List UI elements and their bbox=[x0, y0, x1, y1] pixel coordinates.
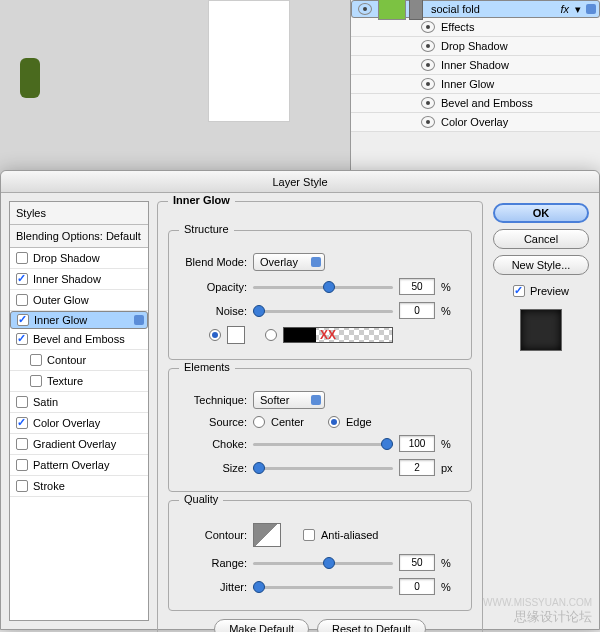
opt-pattern-overlay[interactable]: Pattern Overlay bbox=[10, 455, 148, 476]
elements-fieldset: Elements Technique:Softer Source:CenterE… bbox=[168, 368, 472, 492]
size-slider[interactable] bbox=[253, 461, 393, 475]
opt-satin[interactable]: Satin bbox=[10, 392, 148, 413]
jitter-slider[interactable] bbox=[253, 580, 393, 594]
watermark-url: WWW.MISSYUAN.COM bbox=[483, 597, 592, 608]
range-slider[interactable] bbox=[253, 556, 393, 570]
opt-inner-glow[interactable]: Inner Glow bbox=[10, 311, 148, 329]
cancel-button[interactable]: Cancel bbox=[493, 229, 589, 249]
checkbox[interactable] bbox=[30, 354, 42, 366]
contour-picker[interactable] bbox=[253, 523, 281, 547]
styles-header[interactable]: Styles bbox=[10, 202, 148, 225]
color-swatch[interactable] bbox=[227, 326, 245, 344]
preview-toggle[interactable]: Preview bbox=[513, 285, 569, 297]
checkbox[interactable] bbox=[17, 314, 29, 326]
opt-outer-glow[interactable]: Outer Glow bbox=[10, 290, 148, 311]
effect-row[interactable]: Inner Shadow bbox=[351, 56, 600, 75]
new-style-button[interactable]: New Style... bbox=[493, 255, 589, 275]
effect-row[interactable]: Drop Shadow bbox=[351, 37, 600, 56]
mask-thumbnail bbox=[409, 0, 423, 20]
effects-header-row[interactable]: Effects bbox=[351, 18, 600, 37]
effect-row[interactable]: Color Overlay bbox=[351, 113, 600, 132]
technique-select[interactable]: Softer bbox=[253, 391, 325, 409]
fx-badge[interactable]: fx bbox=[560, 3, 569, 15]
dialog-titlebar[interactable]: Layer Style bbox=[1, 171, 599, 193]
structure-fieldset: Structure Blend Mode:Overlay Opacity:50%… bbox=[168, 230, 472, 360]
noise-input[interactable]: 0 bbox=[399, 302, 435, 319]
settings-panel: Inner Glow Structure Blend Mode:Overlay … bbox=[157, 201, 483, 621]
checkbox[interactable] bbox=[16, 459, 28, 471]
visibility-icon[interactable] bbox=[421, 78, 435, 90]
opt-drop-shadow[interactable]: Drop Shadow bbox=[10, 248, 148, 269]
checkbox[interactable] bbox=[30, 375, 42, 387]
visibility-icon[interactable] bbox=[421, 59, 435, 71]
noise-slider[interactable] bbox=[253, 304, 393, 318]
visibility-icon[interactable] bbox=[358, 3, 372, 15]
checkbox[interactable] bbox=[16, 480, 28, 492]
visibility-icon[interactable] bbox=[421, 116, 435, 128]
opt-stroke[interactable]: Stroke bbox=[10, 476, 148, 497]
source-edge-radio[interactable] bbox=[328, 416, 340, 428]
dialog-buttons: OK Cancel New Style... Preview bbox=[491, 201, 591, 621]
opacity-input[interactable]: 50 bbox=[399, 278, 435, 295]
checkbox[interactable] bbox=[16, 438, 28, 450]
watermark-text: 思缘设计论坛 bbox=[514, 608, 592, 626]
layer-name[interactable]: social fold bbox=[431, 3, 560, 15]
layers-panel: social fold fx ▾ Effects Drop Shadow Inn… bbox=[350, 0, 600, 180]
effect-row[interactable]: Bevel and Emboss bbox=[351, 94, 600, 113]
preview-checkbox[interactable] bbox=[513, 285, 525, 297]
visibility-icon[interactable] bbox=[421, 40, 435, 52]
visibility-icon[interactable] bbox=[421, 97, 435, 109]
jitter-input[interactable]: 0 bbox=[399, 578, 435, 595]
color-radio[interactable] bbox=[209, 329, 221, 341]
panel-title: Inner Glow bbox=[168, 194, 235, 206]
choke-slider[interactable] bbox=[253, 437, 393, 451]
gradient-picker[interactable] bbox=[283, 327, 393, 343]
checkbox[interactable] bbox=[16, 294, 28, 306]
chevron-down-icon[interactable]: ▾ bbox=[575, 3, 581, 16]
reset-default-button[interactable]: Reset to Default bbox=[317, 619, 426, 632]
opt-gradient-overlay[interactable]: Gradient Overlay bbox=[10, 434, 148, 455]
anti-aliased-checkbox[interactable] bbox=[303, 529, 315, 541]
preview-swatch bbox=[520, 309, 562, 351]
opt-texture[interactable]: Texture bbox=[10, 371, 148, 392]
inner-glow-fieldset: Inner Glow Structure Blend Mode:Overlay … bbox=[157, 201, 483, 632]
layer-style-dialog: Layer Style Styles Blending Options: Def… bbox=[0, 170, 600, 630]
styles-list: Styles Blending Options: Default Drop Sh… bbox=[9, 201, 149, 621]
ok-button[interactable]: OK bbox=[493, 203, 589, 223]
blending-options[interactable]: Blending Options: Default bbox=[10, 225, 148, 248]
opt-color-overlay[interactable]: Color Overlay bbox=[10, 413, 148, 434]
range-input[interactable]: 50 bbox=[399, 554, 435, 571]
layer-thumbnail bbox=[378, 0, 406, 20]
effects-label: Effects bbox=[441, 21, 474, 33]
workspace-background bbox=[0, 0, 350, 180]
opacity-slider[interactable] bbox=[253, 280, 393, 294]
make-default-button[interactable]: Make Default bbox=[214, 619, 309, 632]
checkbox[interactable] bbox=[16, 273, 28, 285]
blend-mode-select[interactable]: Overlay bbox=[253, 253, 325, 271]
checkbox[interactable] bbox=[16, 396, 28, 408]
quality-fieldset: Quality Contour:Anti-aliased Range:50% J… bbox=[168, 500, 472, 611]
checkbox[interactable] bbox=[16, 333, 28, 345]
checkbox[interactable] bbox=[16, 417, 28, 429]
checkbox[interactable] bbox=[16, 252, 28, 264]
opt-contour[interactable]: Contour bbox=[10, 350, 148, 371]
opt-bevel-emboss[interactable]: Bevel and Emboss bbox=[10, 329, 148, 350]
source-center-radio[interactable] bbox=[253, 416, 265, 428]
choke-input[interactable]: 100 bbox=[399, 435, 435, 452]
size-input[interactable]: 2 bbox=[399, 459, 435, 476]
visibility-icon[interactable] bbox=[421, 21, 435, 33]
effect-row[interactable]: Inner Glow bbox=[351, 75, 600, 94]
gradient-radio[interactable] bbox=[265, 329, 277, 341]
opt-inner-shadow[interactable]: Inner Shadow bbox=[10, 269, 148, 290]
layer-row-social-fold[interactable]: social fold fx ▾ bbox=[351, 0, 600, 18]
dialog-title: Layer Style bbox=[272, 176, 327, 188]
